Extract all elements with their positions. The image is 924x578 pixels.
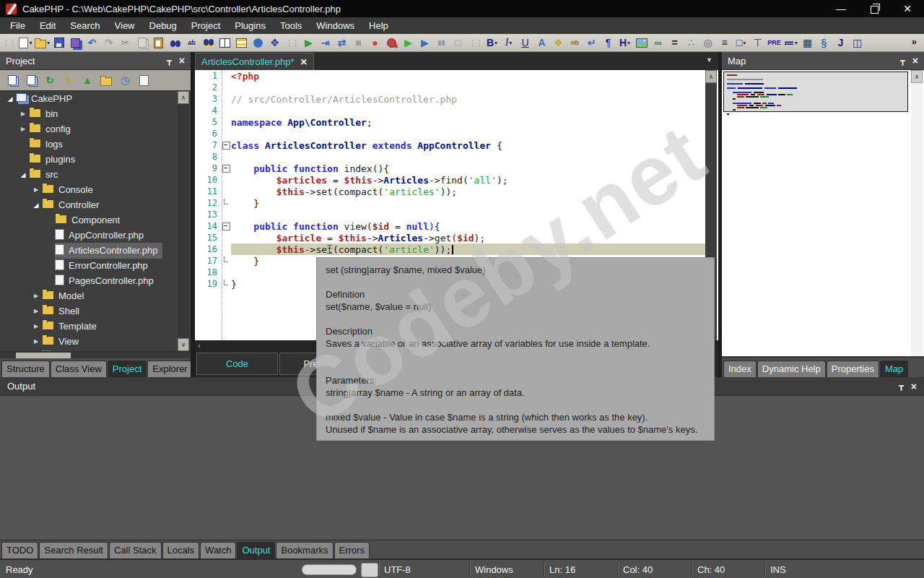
code-line[interactable]: 12 } xyxy=(195,197,718,209)
paste-button[interactable] xyxy=(150,35,167,51)
javascript-button[interactable]: J xyxy=(832,35,849,51)
tree-item-bin[interactable]: ▶bin xyxy=(0,106,191,121)
pin-icon[interactable]: ┳ xyxy=(900,56,905,66)
code-line[interactable]: 13 xyxy=(195,209,718,220)
step-over-button[interactable]: ⇄ xyxy=(334,35,350,51)
fold-marker-icon[interactable] xyxy=(221,220,231,232)
save-button[interactable] xyxy=(51,35,67,51)
tab-output[interactable]: Output xyxy=(237,542,275,558)
code-line[interactable]: 16 $this->set(compact('article')); xyxy=(195,243,718,255)
open-folder-button[interactable] xyxy=(97,73,116,88)
special-char-button[interactable]: ∴ xyxy=(683,35,699,51)
tree-item-config[interactable]: ▶config xyxy=(0,121,191,137)
tab-properties[interactable]: Properties xyxy=(827,361,879,377)
heading-button[interactable]: H▾ xyxy=(616,35,633,51)
tree-item-src[interactable]: ◢src xyxy=(0,167,191,182)
redo-button[interactable]: ↷ xyxy=(100,35,117,51)
menu-tools[interactable]: Tools xyxy=(273,18,309,33)
upload-button[interactable]: ▲ xyxy=(78,73,97,88)
edit-properties-button[interactable]: ✎ xyxy=(59,73,78,88)
toolbar-grip-icon[interactable]: ⋮⋮ xyxy=(2,38,15,48)
save-all-button[interactable] xyxy=(67,35,84,51)
breakpoint-button[interactable]: ● xyxy=(367,35,383,51)
close-panel-icon[interactable]: × xyxy=(912,55,918,66)
pin-icon[interactable]: ┳ xyxy=(167,56,172,66)
horizontal-rule-button[interactable]: = xyxy=(666,35,683,51)
palette-button[interactable]: ❖ xyxy=(550,35,567,51)
step-into-button[interactable]: ⇥ xyxy=(317,35,334,51)
expand-arrow-icon[interactable]: ▶ xyxy=(32,308,40,314)
scroll-up-icon[interactable]: ∧ xyxy=(911,70,923,83)
tab-structure[interactable]: Structure xyxy=(1,361,50,377)
minimap-viewport[interactable] xyxy=(723,72,908,112)
menu-file[interactable]: File xyxy=(3,18,32,33)
font-color-button[interactable]: A xyxy=(533,35,550,51)
insert-image-button[interactable] xyxy=(633,35,650,51)
expand-arrow-icon[interactable]: ▶ xyxy=(32,338,40,345)
undo-button[interactable]: ↶ xyxy=(84,35,100,51)
expand-arrow-icon[interactable]: ◢ xyxy=(32,202,40,209)
new-file-button[interactable]: ▾ xyxy=(17,35,34,51)
tab-index[interactable]: Index xyxy=(723,361,757,377)
code-line[interactable]: 4 xyxy=(195,105,718,116)
tree-item-shell[interactable]: ▶Shell xyxy=(0,303,191,319)
fold-marker-icon[interactable] xyxy=(221,139,231,151)
tab-locals[interactable]: Locals xyxy=(162,542,200,558)
run-button[interactable]: ▶ xyxy=(300,35,317,51)
dropdown-arrow-icon[interactable]: ▾ xyxy=(509,40,512,46)
code-line[interactable]: 5namespace App\Controller; xyxy=(195,116,718,128)
menu-project[interactable]: Project xyxy=(184,18,227,33)
dropdown-arrow-icon[interactable]: ▾ xyxy=(743,40,746,46)
menu-help[interactable]: Help xyxy=(362,18,396,33)
open-file-button[interactable]: ▾ xyxy=(34,35,51,51)
close-button[interactable]: ✕ xyxy=(891,0,924,17)
tree-item-appcontroller-php[interactable]: AppController.php xyxy=(0,228,191,243)
remove-breakpoints-button[interactable] xyxy=(383,35,400,51)
menu-windows[interactable]: Windows xyxy=(309,18,362,33)
run-to-cursor-button[interactable]: ▶ xyxy=(400,35,417,51)
pin-icon[interactable]: ┳ xyxy=(899,381,904,391)
continue-button[interactable]: ▶ xyxy=(417,35,433,51)
minimize-button[interactable]: — xyxy=(824,0,858,17)
code-line[interactable]: 14 public function view($id = null){ xyxy=(195,220,718,232)
tab-watch[interactable]: Watch xyxy=(200,542,236,558)
expand-arrow-icon[interactable]: ▶ xyxy=(19,126,27,132)
tab-class-view[interactable]: Class View xyxy=(51,361,107,377)
italic-button[interactable]: I▾ xyxy=(500,35,517,51)
tab-dynamic-help[interactable]: Dynamic Help xyxy=(757,361,826,377)
file-properties-button[interactable] xyxy=(134,73,153,88)
tree-item-articlescontroller-php[interactable]: ArticlesController.php xyxy=(0,243,191,258)
insert-table-button[interactable]: ▦ xyxy=(799,35,816,51)
tab-map[interactable]: Map xyxy=(880,361,908,377)
code-line[interactable]: 10 $articles = $this->Articles->find('al… xyxy=(195,174,718,186)
dropdown-arrow-icon[interactable]: ▾ xyxy=(795,40,798,46)
tab-project[interactable]: Project xyxy=(108,361,147,377)
tree-vertical-scrollbar[interactable]: ∧ ∨ xyxy=(178,91,189,351)
tab-explorer[interactable]: Explorer xyxy=(147,361,192,377)
menu-view[interactable]: View xyxy=(108,18,142,33)
copy-button[interactable] xyxy=(134,35,150,51)
find-button[interactable] xyxy=(167,35,183,51)
file-tab[interactable]: ArticlesController.php* ✕ xyxy=(195,53,314,70)
code-line[interactable]: 8 xyxy=(195,151,718,163)
file-tab-close-icon[interactable]: ✕ xyxy=(300,57,308,67)
tree-item-pagescontroller-php[interactable]: PagesController.php xyxy=(0,273,191,288)
expand-arrow-icon[interactable]: ◢ xyxy=(19,171,27,178)
tree-item-controller[interactable]: ◢Controller xyxy=(0,197,191,212)
menu-edit[interactable]: Edit xyxy=(32,18,63,33)
expand-arrow-icon[interactable]: ◢ xyxy=(6,95,14,103)
view-tab-code[interactable]: Code xyxy=(196,353,278,375)
expand-arrow-icon[interactable]: ▶ xyxy=(32,293,40,299)
menu-debug[interactable]: Debug xyxy=(142,18,184,33)
tree-item-logs[interactable]: logs xyxy=(0,137,191,152)
code-line[interactable]: 9 public function index(){ xyxy=(195,163,718,174)
code-line[interactable]: 7class ArticlesController extends AppCon… xyxy=(195,139,718,151)
dropdown-arrow-icon[interactable]: ▾ xyxy=(29,40,32,46)
new-project-button[interactable] xyxy=(3,73,22,88)
menu-search[interactable]: Search xyxy=(63,18,107,33)
insert-script-button[interactable]: § xyxy=(816,35,832,51)
tree-item-errorcontroller-php[interactable]: ErrorController.php xyxy=(0,258,191,273)
tree-item-view[interactable]: ▶View xyxy=(0,334,191,349)
list-button[interactable]: ≔▾ xyxy=(783,35,799,51)
add-to-project-button[interactable] xyxy=(22,73,40,88)
